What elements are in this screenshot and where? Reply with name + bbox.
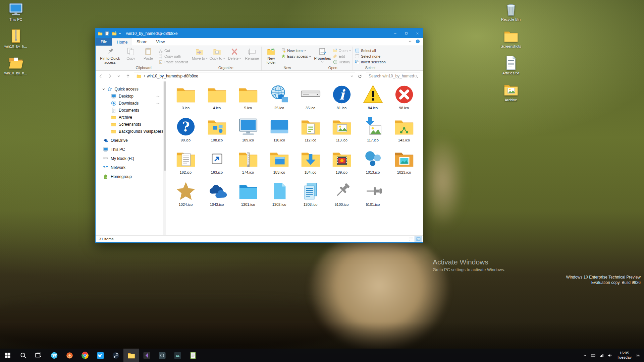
desktop-icon-articles-txt[interactable]: Articles.txt <box>496 55 526 75</box>
taskbar-clock[interactable]: 16:05 Tuesday <box>614 351 634 360</box>
taskbar-start-button[interactable] <box>0 349 15 362</box>
titlebar[interactable]: win10_by_hamedsp-d8fb8xe <box>96 28 423 38</box>
search-input[interactable] <box>369 74 414 78</box>
taskbar-internet-explorer[interactable]: e <box>46 349 62 362</box>
system-menu-icon[interactable] <box>98 31 103 36</box>
file-109-ico[interactable]: 109.ico <box>232 116 264 148</box>
back-button[interactable] <box>97 72 105 80</box>
file-98-ico[interactable]: 98.ico <box>388 83 420 116</box>
open-button[interactable]: Open <box>331 48 352 53</box>
file-163-ico[interactable]: 163.ico <box>201 148 232 180</box>
sidebar-item-backgrounds-wallpapers-hd[interactable]: Backgrounds Wallpapers HD <box>96 128 163 135</box>
recent-locations-button[interactable] <box>115 72 123 80</box>
details-view-button[interactable] <box>408 236 414 242</box>
forward-button[interactable] <box>106 72 114 80</box>
touch-keyboard-button[interactable] <box>589 349 597 362</box>
network-status-button[interactable] <box>597 349 606 362</box>
file-25-ico[interactable]: 25.ico <box>264 83 295 116</box>
file-99-ico[interactable]: ?99.ico <box>170 116 201 148</box>
cut-button[interactable]: Cut <box>157 48 189 53</box>
copy-button[interactable]: Copy <box>122 47 140 65</box>
tab-view[interactable]: View <box>152 38 169 46</box>
paste-shortcut-button[interactable]: Paste shortcut <box>157 59 189 65</box>
address-bar[interactable]: win10_by_hamedsp-d8fb8xe <box>134 72 355 80</box>
sidebar-item-my-book-h[interactable]: My Book (H:) <box>96 155 163 162</box>
sidebar-item-homegroup[interactable]: Homegroup <box>96 173 163 180</box>
desktop-icon-this-pc[interactable]: This PC <box>1 2 31 21</box>
desktop-icon-win10-by-h[interactable]: win10_by_h... <box>1 55 31 75</box>
desktop-icon-archive[interactable]: Archive <box>496 82 526 102</box>
refresh-button[interactable] <box>356 72 364 80</box>
file-1301-ico[interactable]: 1301.ico <box>232 180 264 212</box>
taskbar-pinned-app-2[interactable] <box>154 349 170 362</box>
file-81-ico[interactable]: i81.ico <box>326 83 357 116</box>
sidebar-item-downloads[interactable]: Downloads <box>96 100 163 107</box>
sidebar-item-archive[interactable]: Archive <box>96 114 163 121</box>
file-1302-ico[interactable]: 1302.ico <box>264 180 295 212</box>
new-folder-button[interactable]: New folder <box>262 47 280 65</box>
qat-customize-button[interactable] <box>119 32 121 34</box>
desktop-icon-win10-by-h[interactable]: win10_by_h... <box>1 28 31 48</box>
tab-share[interactable]: Share <box>132 38 152 46</box>
taskbar-file-explorer[interactable] <box>123 349 139 362</box>
invert-selection-button[interactable]: Invert selection <box>354 59 387 65</box>
file-189-ico[interactable]: 189.ico <box>326 148 357 180</box>
file-5101-ico[interactable]: 5101.ico <box>357 180 388 212</box>
file-112-ico[interactable]: 112.ico <box>295 116 326 148</box>
up-button[interactable] <box>124 72 132 80</box>
new-item-button[interactable]: New item <box>280 48 312 53</box>
desktop-icon-recycle-bin[interactable]: Recycle Bin <box>496 2 526 21</box>
sidebar-item-desktop[interactable]: Desktop <box>96 93 163 100</box>
taskbar-task-view-button[interactable] <box>31 349 46 362</box>
hidden-icons-button[interactable] <box>581 349 589 362</box>
file-1013-ico[interactable]: 1013.ico <box>357 148 388 180</box>
minimize-ribbon-button[interactable] <box>408 39 412 45</box>
rename-button[interactable]: Rename <box>243 47 261 65</box>
volume-button[interactable] <box>606 349 614 362</box>
taskbar-steam[interactable] <box>108 349 123 362</box>
taskbar-notepad[interactable] <box>185 349 201 362</box>
breadcrumb-chevron-icon[interactable] <box>143 75 145 77</box>
thumbnail-view-button[interactable] <box>415 236 422 242</box>
file-1024-ico[interactable]: 1024.ico <box>170 180 201 212</box>
file-1043-ico[interactable]: 1043.ico <box>201 180 232 212</box>
file-108-ico[interactable]: 108.ico <box>201 116 232 148</box>
desktop-icon-screenshots[interactable]: Screenshots <box>496 28 526 48</box>
sidebar-scrollbar[interactable] <box>163 81 166 235</box>
file-3-ico[interactable]: 3.ico <box>170 83 201 116</box>
file-113-ico[interactable]: 113.ico <box>326 116 357 148</box>
file-174-ico[interactable]: 174.ico <box>232 148 264 180</box>
file-117-ico[interactable]: 117.ico <box>357 116 388 148</box>
file-35-ico[interactable]: 35.ico <box>295 83 326 116</box>
file-143-ico[interactable]: 143.ico <box>388 116 420 148</box>
close-button[interactable] <box>412 28 423 38</box>
file-1023-ico[interactable]: 1023.ico <box>388 148 420 180</box>
maximize-button[interactable] <box>401 28 412 38</box>
sidebar-item-screenshots[interactable]: Screenshots <box>96 121 163 128</box>
pin-to-quick-access-button[interactable]: Pin to Quick access <box>98 47 122 65</box>
address-breadcrumb[interactable]: win10_by_hamedsp-d8fb8xe <box>147 74 198 78</box>
copy-to-button[interactable]: Copy to <box>208 47 226 65</box>
sidebar-item-onedrive[interactable]: OneDrive <box>96 137 163 144</box>
qat-properties-button[interactable] <box>105 31 110 36</box>
edit-button[interactable]: Edit <box>331 53 352 59</box>
taskbar-search-button[interactable] <box>15 349 31 362</box>
minimize-button[interactable] <box>390 28 401 38</box>
scrollbar-thumb[interactable] <box>164 81 166 171</box>
sidebar-item-network[interactable]: Network <box>96 164 163 171</box>
copy-path-button[interactable]: Copy path <box>157 53 189 59</box>
taskbar-pinned-app-3[interactable] <box>170 349 185 362</box>
sidebar-item-documents[interactable]: Documents <box>96 107 163 114</box>
history-button[interactable]: History <box>331 59 352 65</box>
action-center-button[interactable] <box>634 349 643 362</box>
taskbar-pinned-app-1[interactable] <box>139 349 154 362</box>
taskbar-chrome[interactable] <box>77 349 93 362</box>
select-all-button[interactable]: Select all <box>354 48 387 53</box>
file-84-ico[interactable]: !84.ico <box>357 83 388 116</box>
properties-button[interactable]: Properties <box>314 47 331 65</box>
file-110-ico[interactable]: 110.ico <box>264 116 295 148</box>
file-184-ico[interactable]: 184.ico <box>295 148 326 180</box>
help-button[interactable]: ? <box>416 39 420 45</box>
file-1303-ico[interactable]: 1303.ico <box>295 180 326 212</box>
sidebar-item-this-pc[interactable]: This PC <box>96 146 163 153</box>
